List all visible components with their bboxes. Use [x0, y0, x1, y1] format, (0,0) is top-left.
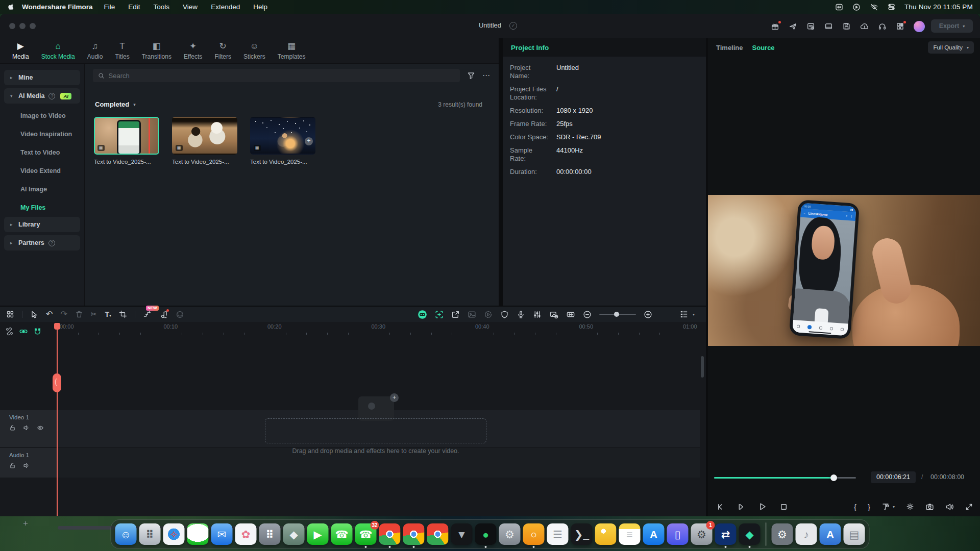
media-tab[interactable]: ▶ Media [6, 41, 35, 60]
media-tab[interactable]: ◧ Transitions [136, 41, 178, 60]
audio-mixer-icon[interactable] [533, 310, 542, 319]
lock-track-icon[interactable] [9, 424, 16, 431]
facetime[interactable]: ▶ [307, 523, 329, 545]
media-tab[interactable]: ▦ Templates [272, 41, 312, 60]
Mine[interactable]: ▸ Mine ? [4, 70, 80, 85]
media-tab[interactable]: ✦ Effects [178, 41, 208, 60]
search-input[interactable] [109, 72, 455, 80]
safari[interactable]: ✧ [163, 523, 185, 545]
menubar-item[interactable]: View [183, 3, 198, 11]
text-tool-icon[interactable]: T▾ [105, 310, 111, 318]
applications-folder[interactable]: A [820, 523, 841, 545]
link-clips-icon[interactable] [19, 327, 28, 336]
teamviewer-status-icon[interactable] [835, 3, 843, 11]
Video Inspiration[interactable]: Video Inspiration ? [0, 125, 84, 143]
photos[interactable]: ✿ [235, 523, 257, 545]
add-track-button[interactable]: + [20, 518, 31, 529]
timeline-body[interactable]: 00:0000:1000:2000:3000:4000:5001:00 Vide… [0, 322, 706, 516]
ai-copilot-icon[interactable] [418, 310, 427, 319]
speed-tool-icon[interactable] [484, 310, 493, 319]
thumbnail-image[interactable]: ▦ + [250, 117, 315, 155]
export-frame-icon[interactable] [451, 310, 460, 319]
workspace-grid-icon[interactable] [896, 22, 905, 31]
apple-menu-icon[interactable] [7, 3, 15, 11]
mail[interactable]: ✉ [211, 523, 233, 545]
mark-in-button[interactable]: { [854, 503, 856, 511]
utility[interactable]: ⚙ [772, 523, 793, 545]
more-options-icon[interactable]: ⋯ [482, 71, 491, 80]
wifi-off-icon[interactable] [870, 3, 878, 11]
media-tab[interactable]: T Titles [109, 41, 135, 60]
section-caret-icon[interactable]: ▾ [133, 102, 136, 107]
save-icon[interactable] [842, 22, 851, 31]
menubar-item[interactable]: Tools [154, 3, 170, 11]
undo-icon[interactable]: ↶ [46, 310, 53, 318]
add-media-plus-icon[interactable]: + [390, 393, 399, 402]
media-tab[interactable]: ⌂ Stock Media [35, 41, 81, 60]
thumbnail-image[interactable]: ▦ + [94, 117, 159, 155]
music-folder[interactable]: ♪ [796, 523, 817, 545]
screen-record-icon[interactable] [852, 3, 861, 11]
export-button[interactable]: Export▾ [931, 19, 973, 33]
lock-track-icon[interactable] [9, 462, 16, 469]
add-to-timeline-icon[interactable]: + [305, 137, 313, 145]
play-button[interactable] [758, 502, 767, 511]
mute-track-icon[interactable] [23, 462, 30, 469]
timeline-zoom-slider[interactable] [599, 314, 636, 315]
support-headset-icon[interactable] [878, 22, 887, 31]
whatsapp[interactable]: ☎ 32 [355, 523, 377, 545]
mark-out-button[interactable]: } [868, 503, 870, 511]
delete-icon[interactable] [75, 310, 83, 318]
fullscreen-icon[interactable] [965, 503, 973, 511]
media-tool[interactable]: ◆ [739, 523, 761, 545]
render-preview-icon[interactable] [549, 310, 558, 319]
crop-tool-icon[interactable] [119, 310, 127, 318]
filter-funnel-icon[interactable] [467, 71, 475, 80]
Partners[interactable]: ▸ Partners ? [4, 235, 80, 251]
settings-gray[interactable]: ⚙ [499, 523, 521, 545]
thumbnail-image[interactable]: ▦ + [172, 117, 237, 155]
chrome-beta[interactable] [403, 523, 425, 545]
track-manager-icon[interactable] [679, 310, 689, 319]
notes[interactable]: ≡ [619, 523, 641, 545]
volume-icon[interactable] [945, 503, 954, 511]
effect-mask-shield-icon[interactable] [500, 310, 509, 319]
preview-video[interactable]: 20:38▮▮ ← Lineskigone ⌕⋮ [708, 195, 980, 346]
reminders[interactable]: ☰ [547, 523, 569, 545]
media-tab[interactable]: ♫ Audio [81, 41, 109, 60]
cloud-backup-icon[interactable] [860, 22, 869, 31]
capture-app[interactable]: ● [475, 523, 497, 545]
menubar-app-name[interactable]: Wondershare Filmora [22, 3, 93, 11]
media-tab[interactable]: ↻ Filters [208, 41, 237, 60]
playback-settings-icon[interactable] [906, 503, 914, 511]
preview-progress-knob[interactable] [830, 474, 837, 481]
menubar-clock[interactable]: Thu Nov 20 11:05 PM [904, 3, 973, 11]
terminal[interactable]: ❯_ [571, 523, 593, 545]
Image to Video[interactable]: Image to Video ? [0, 107, 84, 125]
launchpad[interactable]: ⠿ [139, 523, 161, 545]
layout-icon[interactable] [824, 22, 834, 31]
Video Extend[interactable]: Video Extend ? [0, 162, 84, 180]
tab-timeline[interactable]: Timeline [716, 44, 743, 52]
timeline-marker-pin[interactable] [53, 373, 61, 392]
freeze-frame-icon[interactable] [468, 310, 476, 319]
task-list-icon[interactable] [806, 22, 816, 31]
split-scissors-icon[interactable]: ✂ [91, 310, 97, 319]
media-thumbnail[interactable]: ▦ + Text to Video_2025-... [172, 117, 237, 165]
menubar-item[interactable]: Extended [211, 3, 240, 11]
phone[interactable]: ☎ [331, 523, 353, 545]
share-icon[interactable] [789, 22, 798, 31]
help-icon[interactable]: ? [48, 93, 55, 99]
zoom-in-icon[interactable] [644, 310, 652, 319]
chrome-dev[interactable] [427, 523, 449, 545]
tab-source[interactable]: Source [752, 44, 775, 52]
playhead-handle[interactable] [54, 323, 60, 330]
zoom-slider-knob[interactable] [614, 312, 619, 317]
playhead-line[interactable] [57, 323, 58, 516]
timeline-dropzone[interactable] [265, 418, 486, 443]
chrome[interactable] [379, 523, 401, 545]
menubar-item[interactable]: File [104, 3, 115, 11]
orange-app[interactable]: ○ [523, 523, 545, 545]
record-voiceover-icon[interactable] [517, 310, 525, 319]
dock-separator[interactable] [766, 522, 767, 546]
